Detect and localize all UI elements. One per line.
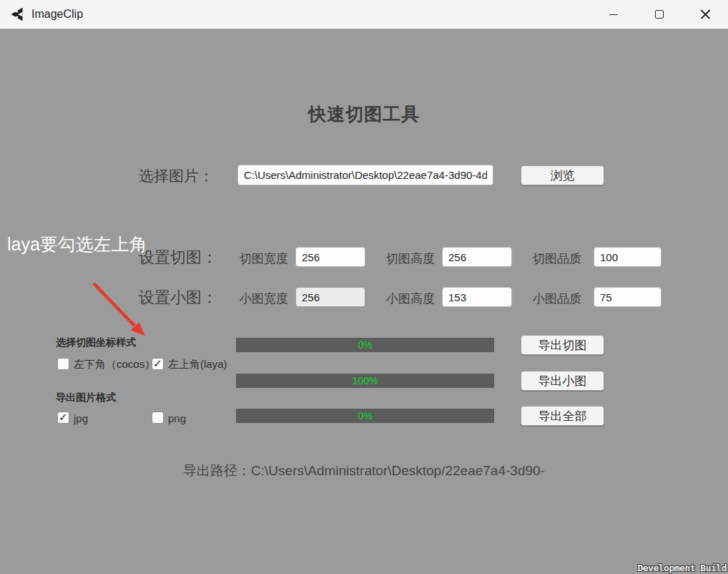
checkbox-cocos[interactable] [57, 358, 69, 370]
image-path-input[interactable] [237, 165, 493, 185]
progress-thumb-percent: 100% [353, 375, 378, 386]
checkbox-png[interactable] [152, 412, 164, 424]
thumb-height-label: 小图高度 [386, 291, 435, 307]
export-clip-button[interactable]: 导出切图 [521, 335, 604, 355]
close-icon [700, 9, 711, 20]
maximize-icon [655, 10, 664, 19]
progress-bar-thumb: 100% [236, 374, 494, 388]
clip-height-label: 切图高度 [386, 250, 435, 267]
thumb-settings-label: 设置小图： [139, 287, 217, 308]
thumb-quality-input[interactable] [594, 287, 661, 307]
thumb-width-input[interactable] [295, 287, 365, 307]
checkbox-cocos-label: 左下角（cocos） [74, 358, 155, 371]
clip-width-input[interactable] [295, 247, 365, 267]
close-button[interactable] [682, 0, 728, 29]
export-path-value: C:\Users\Administrator\Desktop/22eae7a4-… [251, 463, 545, 478]
export-format-header: 导出图片格式 [56, 391, 116, 404]
unity-logo-icon [8, 6, 25, 23]
checkbox-jpg[interactable] [57, 412, 69, 424]
clip-quality-label: 切图品质 [533, 250, 581, 267]
progress-all-percent: 0% [358, 410, 372, 422]
coord-style-header: 选择切图坐标样式 [56, 336, 136, 349]
select-image-label: 选择图片： [139, 166, 214, 186]
checkbox-laya-label: 左上角(laya) [168, 358, 227, 371]
checkbox-laya[interactable] [152, 358, 164, 370]
checkbox-jpg-label: jpg [74, 412, 88, 424]
clip-height-input[interactable] [442, 247, 512, 267]
progress-bar-all: 0% [236, 409, 494, 423]
export-path-label: 导出路径： [183, 463, 251, 478]
export-all-button[interactable]: 导出全部 [521, 406, 604, 426]
thumb-width-label: 小图宽度 [240, 291, 288, 307]
browse-button[interactable]: 浏览 [521, 165, 604, 185]
page-title: 快速切图工具 [0, 102, 728, 126]
thumb-quality-label: 小图品质 [533, 291, 581, 307]
window-title: ImageClip [31, 8, 83, 21]
minimize-button[interactable] [591, 0, 636, 29]
progress-bar-clip: 0% [236, 338, 494, 352]
clip-settings-label: 设置切图： [139, 247, 217, 268]
thumb-height-input[interactable] [442, 287, 512, 307]
development-build-watermark: Development Build [637, 563, 727, 573]
clip-width-label: 切图宽度 [240, 250, 288, 267]
maximize-button[interactable] [636, 0, 682, 29]
annotation-text: laya要勾选左上角 [7, 233, 147, 256]
export-thumb-button[interactable]: 导出小图 [521, 371, 604, 391]
imageclip-window: ImageClip 快速切图工具 选择图片： 浏览 设置切图： 切图宽度 切图高… [0, 0, 728, 574]
checkbox-png-label: png [168, 412, 186, 424]
clip-quality-input[interactable] [594, 247, 661, 267]
title-bar: ImageClip [0, 0, 728, 29]
export-path: 导出路径：C:\Users\Administrator\Desktop/22ea… [0, 462, 728, 480]
window-controls [591, 0, 728, 29]
minimize-icon [609, 14, 618, 15]
progress-clip-percent: 0% [358, 339, 372, 351]
